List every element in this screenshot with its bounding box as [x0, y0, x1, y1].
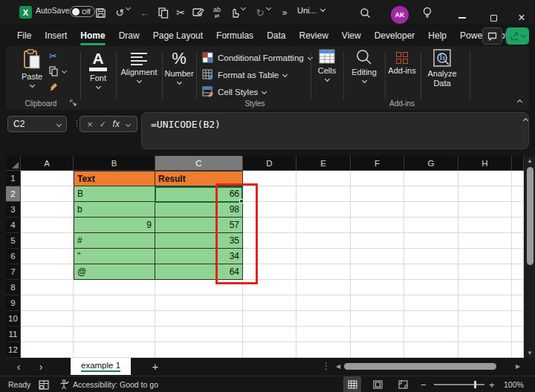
cell-partial-7[interactable] [512, 264, 524, 280]
row-header-9[interactable]: 9 [6, 295, 21, 311]
number-menu-button[interactable]: % Number [162, 49, 196, 84]
redo-button[interactable]: ↻ [253, 6, 267, 19]
cell-C12[interactable] [155, 342, 243, 358]
ribbon-tab-view[interactable]: View [335, 27, 368, 45]
cell-H4[interactable] [458, 218, 512, 233]
cell-partial-3[interactable] [512, 202, 524, 218]
select-all-corner[interactable] [6, 156, 21, 171]
cell-E9[interactable] [296, 295, 351, 311]
add-sheet-button[interactable]: + [149, 359, 162, 373]
cell-E2[interactable] [296, 186, 351, 202]
cell-H6[interactable] [458, 249, 512, 264]
cancel-formula-button[interactable]: × [87, 119, 93, 130]
cell-H7[interactable] [458, 264, 512, 280]
col-header-F[interactable]: F [351, 156, 404, 171]
cell-E8[interactable] [296, 280, 351, 295]
document-title[interactable]: Uni... [297, 6, 325, 15]
font-menu-button[interactable]: A Font [80, 49, 116, 88]
row-header-5[interactable]: 5 [6, 233, 21, 249]
cell-A5[interactable] [21, 233, 74, 249]
col-header-D[interactable]: D [243, 156, 296, 171]
clipboard-dialog-launcher-icon[interactable] [70, 99, 77, 106]
cell-F9[interactable] [351, 295, 404, 311]
cell-B12[interactable] [74, 342, 155, 358]
ribbon-tab-draw[interactable]: Draw [112, 27, 146, 45]
cell-D10[interactable] [243, 311, 296, 327]
cell-B3[interactable]: b [74, 202, 155, 218]
cell-G5[interactable] [404, 233, 458, 249]
save-button[interactable] [94, 6, 107, 19]
ribbon-tab-insert[interactable]: Insert [38, 27, 74, 45]
col-header-H[interactable]: H [458, 156, 512, 171]
cell-E3[interactable] [296, 202, 351, 218]
scroll-left-icon[interactable]: ◀ [336, 363, 340, 370]
cell-F4[interactable] [351, 218, 404, 233]
cell-F8[interactable] [351, 280, 404, 295]
cell-A7[interactable] [21, 264, 74, 280]
cell-G3[interactable] [404, 202, 458, 218]
cell-H3[interactable] [458, 202, 512, 218]
col-header-E[interactable]: E [296, 156, 351, 171]
cell-C11[interactable] [155, 327, 243, 342]
undo-button[interactable]: ↺ [113, 6, 126, 19]
find-replace-button[interactable]: ab ⇄ [210, 6, 224, 19]
previous-sheet-button[interactable]: ‹ [12, 360, 25, 373]
cell-E1[interactable] [296, 171, 351, 186]
scroll-right-icon[interactable]: ▶ [516, 363, 520, 370]
enter-formula-button[interactable]: ✓ [100, 120, 106, 129]
row-header-7[interactable]: 7 [6, 264, 21, 280]
cell-B8[interactable] [74, 280, 155, 295]
col-header-B[interactable]: B [74, 156, 155, 171]
name-box[interactable]: C2 [7, 116, 67, 132]
cell-G1[interactable] [404, 171, 458, 186]
autosave-toggle[interactable]: Off [70, 6, 95, 17]
copy-ribbon-button[interactable] [49, 66, 59, 76]
ribbon-tab-page-layout[interactable]: Page Layout [146, 27, 210, 45]
cell-A2[interactable] [21, 186, 74, 202]
ribbon-tab-file[interactable]: File [10, 27, 38, 45]
ribbon-tab-developer[interactable]: Developer [368, 27, 422, 45]
scroll-up-icon[interactable]: ▲ [525, 157, 535, 164]
cell-G8[interactable] [404, 280, 458, 295]
cell-F10[interactable] [351, 311, 404, 327]
cell-E12[interactable] [296, 342, 351, 358]
user-avatar[interactable]: AK [391, 6, 409, 24]
cell-H11[interactable] [458, 327, 512, 342]
cell-H2[interactable] [458, 186, 512, 202]
cell-B5[interactable]: # [74, 233, 155, 249]
cell-E10[interactable] [296, 311, 351, 327]
paste-button[interactable]: Paste [16, 49, 48, 87]
cell-H10[interactable] [458, 311, 512, 327]
row-header-6[interactable]: 6 [6, 249, 21, 264]
cell-E6[interactable] [296, 249, 351, 264]
cell-partial-12[interactable] [512, 342, 524, 358]
ribbon-tab-help[interactable]: Help [421, 27, 453, 45]
horizontal-scrollbar-thumb[interactable] [344, 363, 496, 370]
alignment-menu-button[interactable]: Alignment [116, 49, 162, 82]
cells-menu-button[interactable]: Cells [311, 49, 343, 81]
cell-G4[interactable] [404, 218, 458, 233]
cell-D9[interactable] [243, 295, 296, 311]
cell-F2[interactable] [351, 186, 404, 202]
sheet-bar-dots-icon[interactable]: ⋮ [322, 361, 331, 371]
cell-H8[interactable] [458, 280, 512, 295]
zoom-in-button[interactable]: + [489, 376, 495, 392]
format-painter-button[interactable] [49, 82, 59, 92]
search-button[interactable] [358, 6, 372, 19]
analyze-data-button[interactable]: Analyze Data [422, 49, 462, 88]
lightbulb-tips-button[interactable] [421, 6, 434, 19]
cell-partial-8[interactable] [512, 280, 524, 295]
cell-B10[interactable] [74, 311, 155, 327]
row-header-4[interactable]: 4 [6, 218, 21, 233]
cell-H12[interactable] [458, 342, 512, 358]
copy-dropdown-chevron-icon[interactable] [62, 68, 67, 74]
cell-G7[interactable] [404, 264, 458, 280]
cell-A4[interactable] [21, 218, 74, 233]
cell-H5[interactable] [458, 233, 512, 249]
cell-G10[interactable] [404, 311, 458, 327]
ribbon-tab-formulas[interactable]: Formulas [210, 27, 260, 45]
cell-partial-1[interactable] [512, 171, 524, 186]
cell-E11[interactable] [296, 327, 351, 342]
cell-F7[interactable] [351, 264, 404, 280]
ribbon-tab-home[interactable]: Home [74, 27, 111, 45]
